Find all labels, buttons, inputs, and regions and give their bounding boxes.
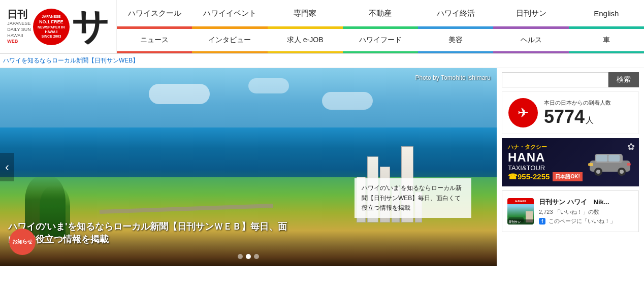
hero-badge: お知らせ: [9, 229, 36, 255]
search-button[interactable]: 検索: [608, 72, 639, 87]
nav-bottom-item-interview[interactable]: インタビュー: [192, 29, 267, 51]
hero-caption-box: ハワイの'いま'を知るならローカル新聞【日刊サンWEB】毎日、面白くて役立つ情報…: [355, 178, 471, 218]
nav-bottom-item-hawaii-food[interactable]: ハワイフード: [343, 29, 418, 51]
hero-photo-credit: Photo by Tomohito Ishimaru: [415, 74, 491, 81]
nav-top-item-expert[interactable]: 専門家: [268, 0, 343, 26]
nav-top: ハワイスクール ハワイイベント 専門家 不動産 ハワイ終活 日刊サン Engli…: [117, 0, 644, 26]
nav-bottom: ニュース インタビュー 求人 e-JOB ハワイフード 美容 ヘルス 車: [117, 29, 644, 51]
search-input[interactable]: [502, 72, 608, 87]
ad-hana-title: HANA: [508, 151, 583, 164]
nav-bottom-item-news[interactable]: ニュース: [117, 29, 192, 51]
hero-dot-3[interactable]: [254, 254, 259, 259]
ad-fb-cta[interactable]: f このページに「いいね！」: [539, 217, 633, 225]
ad-hana-taxi[interactable]: ハナ・タクシー HANA TAXI&TOUR ☎955-2255 日本語OK!: [502, 138, 639, 186]
header: 日刊 JAPANESE DAILY SUN HAWAII WEB JAPANES…: [0, 0, 644, 54]
nav-bottom-item-car[interactable]: 車: [569, 29, 644, 51]
nav-area: ハワイスクール ハワイイベント 専門家 不動産 ハワイ終活 日刊サン Engli…: [117, 0, 644, 53]
ad-fb-logo-area: HAWAII 日刊サン: [507, 198, 534, 225]
ad-hana-label: ハナ・タクシー: [508, 143, 583, 151]
logo-badge: JAPANESE NO.1 FREE NEWSPAPER IN HAWAII S…: [33, 9, 70, 45]
nav-top-item-real-estate[interactable]: 不動産: [343, 0, 418, 26]
svg-rect-8: [588, 163, 593, 166]
ad-hana-text: ハナ・タクシー HANA TAXI&TOUR ☎955-2255 日本語OK!: [508, 143, 583, 181]
nav-bottom-item-beauty[interactable]: 美容: [418, 29, 493, 51]
nav-top-item-hawaii-school[interactable]: ハワイスクール: [117, 0, 192, 26]
ad-facebook[interactable]: HAWAII 日刊サン 日刊サン ハワイ Nik... 2,723 「いいね！」…: [502, 190, 639, 232]
fb-like-icon: f: [539, 218, 545, 225]
svg-rect-3: [608, 155, 620, 162]
svg-rect-2: [596, 155, 607, 162]
logo-nikkan: 日刊: [7, 9, 31, 20]
main-layout: Photo by Tomohito Ishimaru ハワイの'いま'を知るなら…: [0, 68, 644, 266]
hero-dots: [238, 254, 259, 259]
plane-icon: ✈: [518, 105, 529, 121]
logo-text-block: 日刊 JAPANESE DAILY SUN HAWAII WEB: [7, 9, 31, 45]
ad-hana-phone: ☎955-2255: [508, 172, 550, 181]
nav-top-item-hawaii-endlife[interactable]: ハワイ終活: [418, 0, 493, 26]
ad-hana-flower: ✿: [627, 141, 635, 152]
svg-point-7: [620, 170, 624, 174]
nav-bottom-item-health[interactable]: ヘルス: [493, 29, 568, 51]
logo-area: 日刊 JAPANESE DAILY SUN HAWAII WEB JAPANES…: [0, 0, 117, 53]
ad-hana-ok: 日本語OK!: [553, 172, 582, 181]
arrivals-info: 本日の日本からの到着人数 5774 人: [544, 99, 611, 127]
arrivals-count: 5774: [544, 107, 585, 127]
sidebar: 検索 ✈ 本日の日本からの到着人数 5774 人 ハナ・タクシー HANA TA…: [497, 68, 644, 266]
svg-rect-9: [627, 163, 631, 166]
arrivals-box: ✈ 本日の日本からの到着人数 5774 人: [502, 91, 639, 134]
ad-fb-likes: 2,723 「いいね！」の数: [539, 208, 633, 216]
nav-top-item-english[interactable]: English: [569, 0, 644, 26]
hero-dot-2[interactable]: [246, 254, 251, 259]
breadcrumb-link[interactable]: ハワイを知るならローカル新聞【日刊サンWEB】: [3, 57, 139, 64]
nav-bottom-item-ejob[interactable]: 求人 e-JOB: [268, 29, 343, 51]
search-box: 検索: [502, 72, 639, 87]
logo-kanji: サ: [72, 9, 109, 45]
ad-hana-subtitle: TAXI&TOUR: [508, 164, 583, 172]
arrivals-icon-circle: ✈: [508, 98, 538, 127]
breadcrumb: ハワイを知るならローカル新聞【日刊サンWEB】: [0, 54, 644, 68]
nav-top-item-hawaii-event[interactable]: ハワイイベント: [192, 0, 267, 26]
logo-sub-lines: JAPANESE DAILY SUN HAWAII WEB: [7, 21, 31, 45]
hero-prev-button[interactable]: ‹: [0, 153, 14, 181]
hero-area: Photo by Tomohito Ishimaru ハワイの'いま'を知るなら…: [0, 68, 497, 266]
nav-top-item-nikkei-sun[interactable]: 日刊サン: [493, 0, 568, 26]
svg-point-5: [596, 170, 600, 174]
rainbow-bar-bottom: [117, 51, 644, 53]
arrivals-label: 本日の日本からの到着人数: [544, 99, 611, 107]
ad-hana-car-icon: [587, 148, 633, 177]
arrivals-unit: 人: [586, 115, 594, 126]
ad-fb-title: 日刊サン ハワイ Nik...: [539, 198, 633, 207]
ad-fb-info: 日刊サン ハワイ Nik... 2,723 「いいね！」の数 f このページに「…: [539, 198, 633, 225]
hero-main-text: ハワイの'いま'を知るならローカル新聞【日刊サンＷＥＢ】毎日、面白くて役立つ情報…: [8, 220, 287, 246]
hero-dot-1[interactable]: [238, 254, 243, 259]
